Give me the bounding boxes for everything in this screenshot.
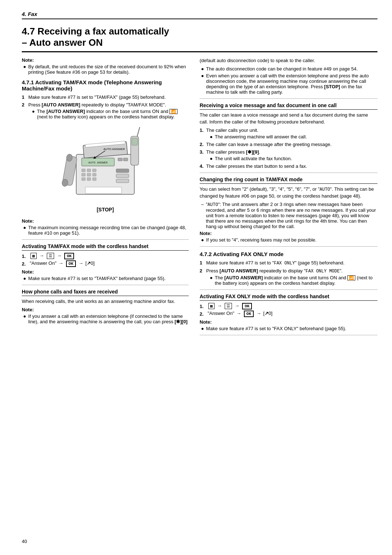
ring-count-text: You can select from "2" (default), "3", … xyxy=(200,186,377,200)
cordless-steps-fax-only: 1. ▦ → ☰ → OK 2. "Answer On" → OK xyxy=(200,303,377,317)
note5-label: Note: xyxy=(200,231,377,236)
voice-fax-title: Receiving a voice message and fax docume… xyxy=(200,102,377,110)
vf-step-2: 2. The caller can leave a message after … xyxy=(200,142,377,147)
divider-r4 xyxy=(200,289,377,290)
svg-rect-9 xyxy=(93,169,96,172)
step-472-2: 2 Press [AUTO ANSWER] repeatedly to disp… xyxy=(200,268,377,286)
svg-rect-6 xyxy=(123,158,128,161)
ring-count-dash: – "AUTO": The unit answers after 2 or 3 … xyxy=(200,202,377,229)
step-1: 1 Make sure feature #77 is set to "TAM/F… xyxy=(22,94,189,100)
svg-rect-5 xyxy=(118,158,122,161)
svg-rect-11 xyxy=(87,173,91,176)
steps-472: 1 Make sure feature #77 is set to "FAX O… xyxy=(200,260,377,286)
note3-block: Note: ● Make sure feature #77 is set to … xyxy=(22,269,189,281)
note-intro-label: Note: xyxy=(22,57,189,63)
step-1-text: Make sure feature #77 is set to "TAM/FAX… xyxy=(28,94,166,100)
bullet-icon: ● xyxy=(23,64,26,75)
note6-block: Note: ● Make sure feature #77 is set to … xyxy=(200,319,377,331)
cordless-step-2: 2. "Answer On" → OK → [↗0] xyxy=(22,260,189,267)
section-471-title: 4.7.1 Activating TAM/FAX mode (Telephone… xyxy=(22,79,189,92)
svg-rect-14 xyxy=(87,178,91,181)
chapter-header: 4. Fax xyxy=(22,11,377,19)
vf-step-4: 4. The caller presses the start button t… xyxy=(200,163,377,169)
svg-rect-8 xyxy=(87,169,91,172)
note5-block: Note: ● If you set to "4", receiving fax… xyxy=(200,231,377,243)
cordless-steps-tam: 1. ▦ → ☰ → OK 2. "Answer On" → OK xyxy=(22,253,189,267)
svg-rect-15 xyxy=(93,178,96,181)
note6-text: Make sure feature #77 is set to "FAX ONL… xyxy=(206,326,346,331)
page-number: 40 xyxy=(22,539,27,544)
svg-rect-16 xyxy=(116,169,129,173)
divider-r3 xyxy=(200,246,377,247)
ring-count-title: Changing the ring count in TAM/FAX mode xyxy=(200,177,377,184)
fax-image-container: AUTO ANSWER xyxy=(22,125,189,212)
svg-rect-17 xyxy=(116,174,129,178)
divider-r2 xyxy=(200,173,377,173)
svg-text:AUTO ANSWER: AUTO ANSWER xyxy=(89,161,108,164)
section-472-title: 4.7.2 Activating FAX ONLY mode xyxy=(200,251,377,257)
fax-machine-image: AUTO ANSWER xyxy=(58,125,152,205)
note6-label: Note: xyxy=(200,319,377,325)
svg-rect-27 xyxy=(85,187,122,194)
step-2: 2 Press [AUTO ANSWER] repeatedly to disp… xyxy=(22,102,189,119)
fax-only-cordless-title: Activating FAX ONLY mode with the cordle… xyxy=(200,293,377,301)
divider-r5 xyxy=(200,335,377,335)
svg-rect-23 xyxy=(132,138,138,145)
svg-line-24 xyxy=(137,127,140,136)
note2-block: Note: ● The maximum incoming message rec… xyxy=(22,218,189,236)
svg-text:AUTO ANSWER: AUTO ANSWER xyxy=(103,147,125,151)
right-bullet-1: ● The auto disconnection code can be cha… xyxy=(200,66,377,72)
note-intro: Note: ● By default, the unit reduces the… xyxy=(22,57,189,75)
vf-step-1: 1. The caller calls your unit. ● The ans… xyxy=(200,127,377,139)
step-2-sub: ● The [AUTO ANSWER] indicator on the bas… xyxy=(32,109,189,119)
divider-1 xyxy=(22,239,189,240)
note4-label: Note: xyxy=(22,307,189,312)
divider-r1 xyxy=(200,98,377,99)
note2-bullet: ● The maximum incoming message recording… xyxy=(22,225,189,236)
chapter-title: 4. Fax xyxy=(22,11,37,17)
vf-step-3: 3. The caller presses [✱][9]. ● The unit… xyxy=(200,149,377,161)
col-right: (default auto disconnection code) to spe… xyxy=(200,57,377,339)
steps-471: 1 Make sure feature #77 is set to "TAM/F… xyxy=(22,94,189,119)
note2-text: The maximum incoming message recording t… xyxy=(28,225,189,236)
note-intro-text: By default, the unit reduces the size of… xyxy=(28,64,189,75)
note2-label: Note: xyxy=(22,218,189,224)
how-phone-title: How phone calls and faxes are received xyxy=(22,289,189,296)
note5-text: If you set to "4", receiving faxes may n… xyxy=(206,237,317,243)
how-phone-text: When receiving calls, the unit works as … xyxy=(22,298,189,305)
col-left: Note: ● By default, the unit reduces the… xyxy=(22,57,189,339)
svg-rect-13 xyxy=(82,178,85,181)
voice-fax-text: The caller can leave a voice message and… xyxy=(200,112,377,126)
note3-text: Make sure feature #77 is set to "TAM/FAX… xyxy=(28,276,166,281)
two-col-layout: Note: ● By default, the unit reduces the… xyxy=(22,57,377,339)
svg-rect-12 xyxy=(93,173,96,176)
cordless-tam-title: Activating TAM/FAX mode with the cordles… xyxy=(22,243,189,251)
note4-block: Note: ● If you answer a call with an ext… xyxy=(22,307,189,324)
note-intro-bullet: ● By default, the unit reduces the size … xyxy=(22,64,189,75)
stop-label: [STOP] xyxy=(97,207,114,212)
note4-text: If you answer a call with an extension t… xyxy=(28,313,189,324)
svg-rect-7 xyxy=(82,169,85,172)
step-472-1: 1 Make sure feature #77 is set to "FAX O… xyxy=(200,260,377,266)
step-2-text: Press [AUTO ANSWER] repeatedly to displa… xyxy=(28,102,166,108)
cont-text: (default auto disconnection code) to spe… xyxy=(200,57,377,64)
right-bullet-2: ● Even when you answer a call with the e… xyxy=(200,73,377,95)
cordless-step-1: 1. ▦ → ☰ → OK xyxy=(22,253,189,259)
note3-label: Note: xyxy=(22,269,189,275)
main-title: 4.7 Receiving a fax automatically– Auto … xyxy=(22,26,377,52)
page: 4. Fax 4.7 Receiving a fax automatically… xyxy=(0,0,392,555)
divider-2 xyxy=(22,285,189,285)
fax-only-cordless-step-2: 2. "Answer On" → OK → [↗0] xyxy=(200,311,377,317)
svg-rect-10 xyxy=(82,173,85,176)
voice-fax-steps: 1. The caller calls your unit. ● The ans… xyxy=(200,127,377,169)
fax-only-cordless-step-1: 1. ▦ → ☰ → OK xyxy=(200,303,377,309)
svg-rect-18 xyxy=(116,179,129,183)
